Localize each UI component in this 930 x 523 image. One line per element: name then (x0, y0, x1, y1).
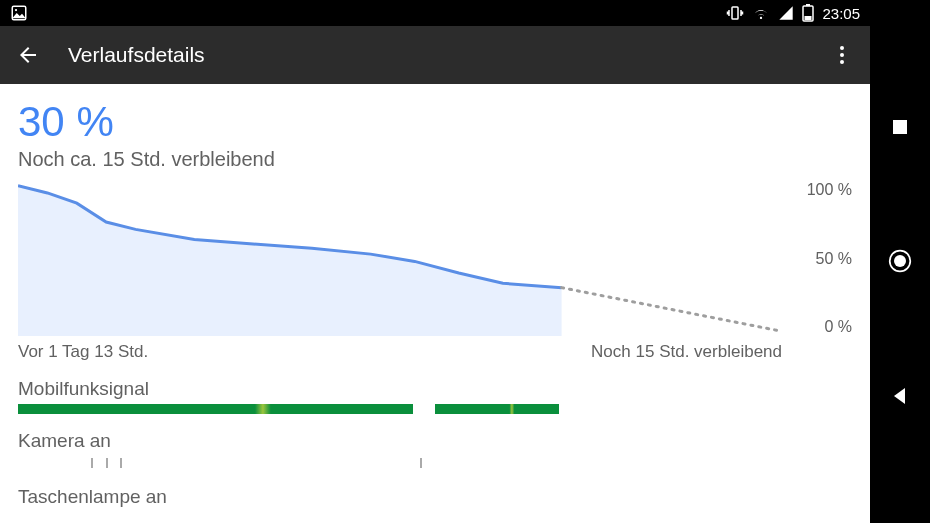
status-bar: 23:05 (0, 0, 870, 26)
clock-text: 23:05 (822, 5, 860, 22)
svg-point-6 (840, 46, 844, 50)
battery-remaining: Noch ca. 15 Std. verbleibend (18, 148, 852, 171)
battery-percent: 30 % (18, 98, 852, 146)
page-title: Verlaufsdetails (68, 43, 205, 67)
vibrate-icon (726, 4, 744, 22)
recent-apps-button[interactable] (888, 115, 912, 139)
section-mobilfunksignal: Mobilfunksignal (18, 378, 852, 400)
battery-chart: 100 % 50 % 0 % (18, 181, 852, 336)
section-kamera: Kamera an (18, 430, 852, 452)
x-label-left: Vor 1 Tag 13 Std. (18, 342, 148, 362)
section-taschenlampe: Taschenlampe an (18, 486, 852, 508)
svg-point-12 (894, 255, 906, 267)
cell-icon (778, 5, 794, 21)
overflow-menu-icon[interactable] (830, 43, 854, 67)
app-bar: Verlaufsdetails (0, 26, 870, 84)
system-navbar (870, 0, 930, 523)
content: 30 % Noch ca. 15 Std. verbleibend 100 % … (0, 84, 870, 523)
svg-rect-10 (893, 120, 907, 134)
svg-line-9 (562, 288, 782, 332)
svg-rect-5 (805, 16, 812, 20)
back-arrow-icon[interactable] (16, 43, 40, 67)
wifi-icon (752, 4, 770, 22)
svg-rect-2 (732, 7, 738, 19)
picture-icon (10, 4, 28, 22)
kamera-bar (18, 456, 852, 470)
svg-point-1 (15, 9, 17, 11)
x-label-right: Noch 15 Std. verbleibend (591, 342, 782, 362)
battery-icon (802, 4, 814, 22)
y-tick-0: 0 % (824, 318, 852, 336)
svg-point-7 (840, 53, 844, 57)
y-tick-100: 100 % (807, 181, 852, 199)
svg-point-8 (840, 60, 844, 64)
back-button[interactable] (888, 384, 912, 408)
svg-rect-4 (806, 4, 810, 6)
signal-bar (18, 404, 852, 414)
home-button[interactable] (888, 249, 912, 273)
y-tick-50: 50 % (816, 250, 852, 268)
